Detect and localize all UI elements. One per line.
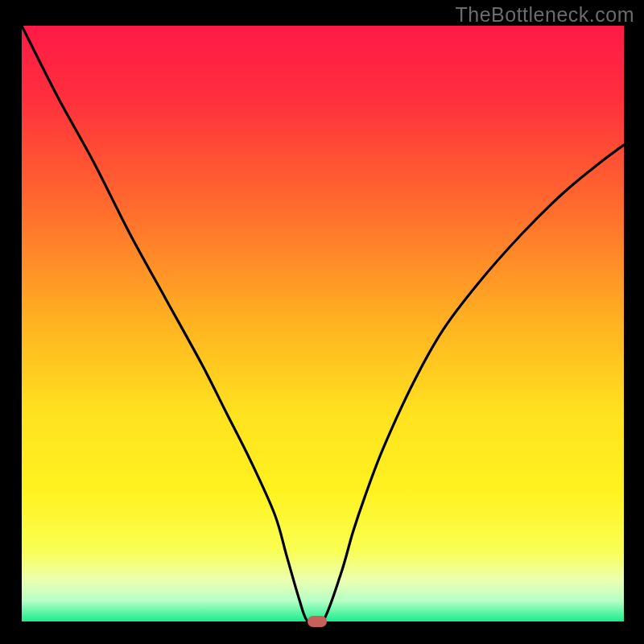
plot-background (22, 26, 624, 621)
chart-frame: TheBottleneck.com (0, 0, 644, 644)
bottleneck-point-marker (308, 616, 327, 627)
bottleneck-chart (0, 0, 644, 644)
watermark-text: TheBottleneck.com (456, 3, 635, 27)
